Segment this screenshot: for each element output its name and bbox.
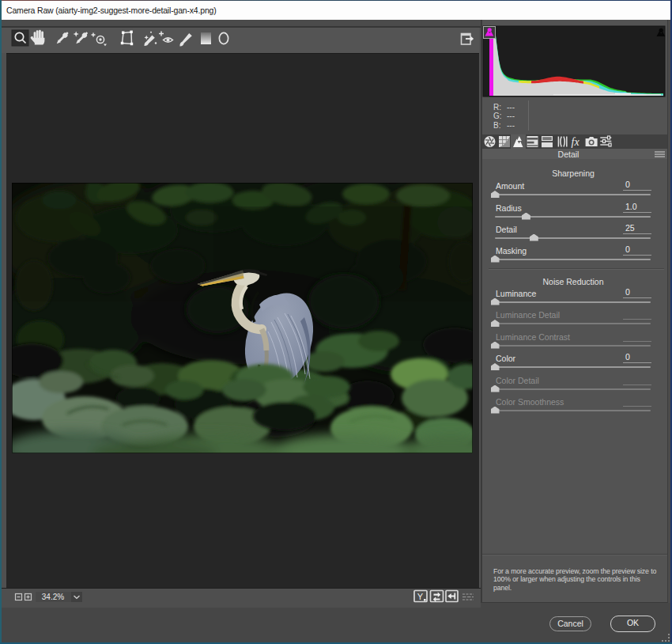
svg-text:---: --- [507, 121, 515, 130]
svg-text:fx: fx [572, 136, 580, 148]
svg-text:G:: G: [493, 112, 502, 120]
svg-text:Y: Y [417, 592, 424, 601]
svg-text:B:: B: [493, 121, 500, 130]
svg-text:---: --- [507, 112, 515, 120]
svg-text:---: --- [507, 103, 515, 112]
svg-text:R:: R: [493, 103, 501, 112]
svg-text:34.2%: 34.2% [42, 593, 64, 601]
